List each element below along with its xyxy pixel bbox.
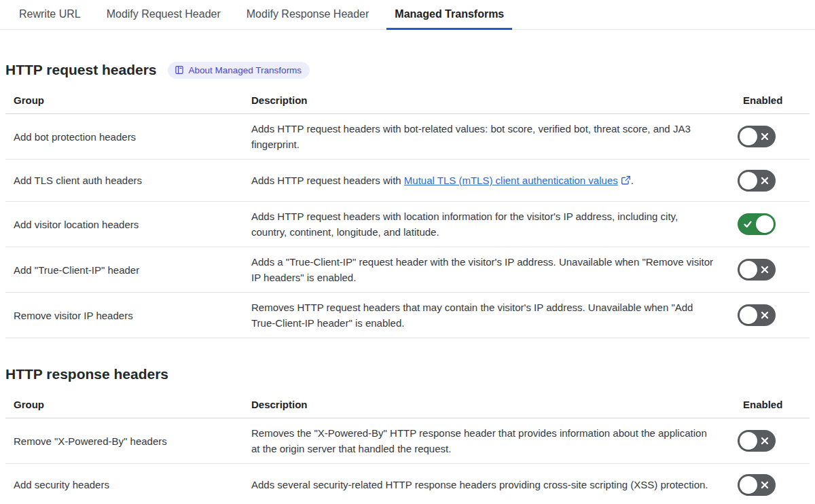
request-headers-title: HTTP request headers	[5, 61, 157, 79]
enabled-toggle[interactable]	[738, 430, 776, 452]
enabled-toggle[interactable]	[738, 259, 776, 281]
description-cell: Adds HTTP request headers with location …	[243, 202, 735, 247]
group-cell: Add bot protection headers	[5, 122, 243, 151]
toggle-off-x-icon	[760, 132, 769, 141]
description-cell: Adds HTTP request headers with bot-relat…	[243, 114, 735, 159]
toggle-knob	[740, 172, 757, 190]
tab-modify-response-header[interactable]: Modify Response Header	[238, 0, 378, 29]
toggle-off-x-icon	[760, 436, 769, 446]
table-row: Add visitor location headers Adds HTTP r…	[5, 202, 810, 247]
description-cell: Removes the "X-Powered-By" HTTP response…	[243, 418, 735, 463]
column-header-enabled: Enabled	[735, 391, 810, 418]
book-icon	[175, 65, 184, 75]
table-row: Add "True-Client-IP" header Adds a "True…	[5, 247, 810, 293]
table-row: Add bot protection headers Adds HTTP req…	[5, 114, 810, 160]
enabled-toggle[interactable]	[738, 474, 776, 496]
group-cell: Add visitor location headers	[5, 210, 243, 239]
request-headers-table: Group Description Enabled Add bot protec…	[5, 87, 810, 338]
group-cell: Add "True-Client-IP" header	[5, 255, 243, 285]
response-headers-table: Group Description Enabled Remove "X-Powe…	[5, 391, 810, 504]
description-cell: Adds several security-related HTTP respo…	[243, 470, 735, 499]
about-managed-transforms-badge[interactable]: About Managed Transforms	[168, 62, 310, 79]
response-headers-section-head: HTTP response headers	[5, 365, 810, 383]
group-cell: Add TLS client auth headers	[5, 166, 243, 195]
tab-rewrite-url[interactable]: Rewrite URL	[11, 0, 89, 29]
toggle-off-x-icon	[760, 176, 769, 185]
response-headers-title: HTTP response headers	[5, 365, 168, 383]
table-header-row: Group Description Enabled	[5, 391, 810, 418]
mtls-values-link[interactable]: Mutual TLS (mTLS) client authentication …	[404, 175, 618, 186]
tab-managed-transforms[interactable]: Managed Transforms	[386, 0, 512, 29]
description-cell: Adds a "True-Client-IP" request header w…	[243, 247, 735, 292]
toggle-on-check-icon	[743, 219, 753, 229]
group-cell: Remove visitor IP headers	[5, 301, 243, 330]
column-header-description: Description	[243, 87, 735, 113]
group-cell: Add security headers	[5, 470, 243, 499]
toggle-knob	[740, 432, 757, 450]
table-header-row: Group Description Enabled	[5, 87, 810, 114]
column-header-group: Group	[5, 391, 243, 418]
column-header-group: Group	[5, 87, 243, 113]
toggle-knob	[740, 128, 757, 145]
toggle-knob	[740, 306, 757, 324]
enabled-toggle[interactable]	[738, 170, 776, 192]
table-row: Add TLS client auth headers Adds HTTP re…	[5, 160, 810, 202]
toggle-knob	[740, 476, 757, 494]
enabled-toggle[interactable]	[738, 304, 776, 326]
toggle-off-x-icon	[760, 265, 769, 274]
toggle-knob	[756, 215, 774, 233]
table-row: Remove "X-Powered-By" headers Removes th…	[5, 418, 810, 464]
table-row: Add security headers Adds several securi…	[5, 464, 810, 504]
group-cell: Remove "X-Powered-By" headers	[5, 427, 243, 456]
column-header-description: Description	[243, 391, 735, 418]
description-cell: Removes HTTP request headers that may co…	[243, 293, 735, 338]
badge-label: About Managed Transforms	[189, 65, 302, 75]
toggle-off-x-icon	[760, 310, 769, 320]
column-header-enabled: Enabled	[735, 87, 810, 113]
enabled-toggle[interactable]	[738, 213, 776, 235]
request-headers-section-head: HTTP request headers About Managed Trans…	[5, 61, 810, 79]
toggle-knob	[740, 261, 757, 278]
tab-modify-request-header[interactable]: Modify Request Header	[98, 0, 229, 29]
enabled-toggle[interactable]	[738, 126, 776, 147]
tab-bar: Rewrite URL Modify Request Header Modify…	[0, 0, 815, 30]
toggle-off-x-icon	[760, 480, 769, 490]
table-row: Remove visitor IP headers Removes HTTP r…	[5, 293, 810, 338]
external-link-icon	[621, 175, 631, 185]
description-cell: Adds HTTP request headers with Mutual TL…	[243, 166, 735, 195]
